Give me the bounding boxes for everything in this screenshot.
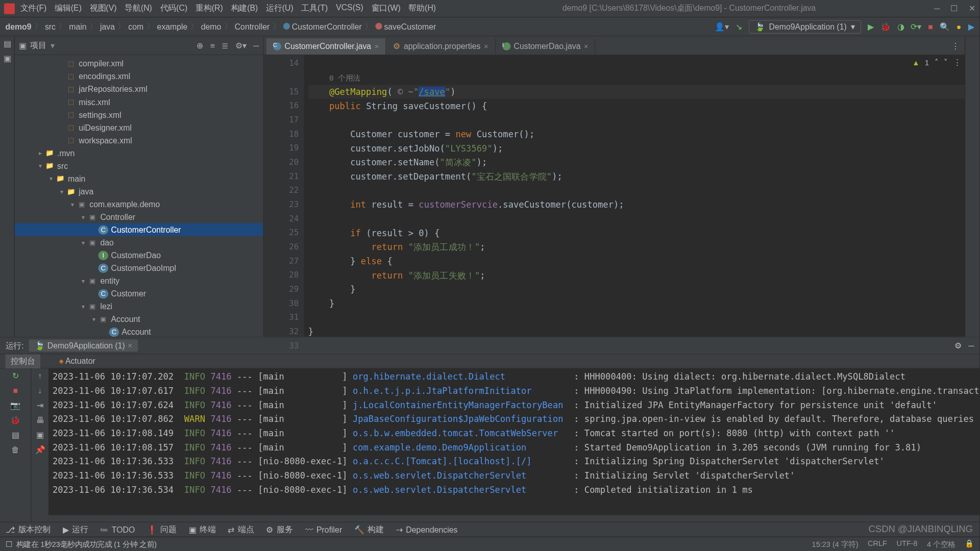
breadcrumb-item[interactable]: java [100,22,115,31]
breadcrumb[interactable]: demo9〉src〉main〉java〉com〉example〉demo〉Con… [6,21,436,32]
tree-node[interactable]: ▾▣entity [15,274,263,287]
tree-node[interactable]: ▾📁src [15,159,263,172]
menu-item[interactable]: 代码(C) [160,3,188,14]
tree-node[interactable]: ICustomerDao [15,249,263,262]
menu-item[interactable]: 窗口(W) [372,3,401,14]
structure-icon[interactable]: ▤ [4,39,11,48]
editor-tab[interactable]: CCustomerController.java× [266,38,386,55]
close-icon[interactable]: × [128,341,132,350]
pin-icon[interactable]: 📌 [35,445,45,455]
menu-item[interactable]: 帮助(H) [408,3,436,14]
run-icon[interactable]: ▶ [868,22,874,31]
hide-icon[interactable]: ─ [968,341,974,350]
bottom-tool[interactable]: ⇄端点 [228,524,254,535]
filter-icon[interactable]: ▣ [36,431,43,440]
tree-node[interactable]: CCustomer [15,287,263,300]
tree-node[interactable]: ▾📁main [15,172,263,185]
breadcrumb-item[interactable]: demo9 [6,22,32,31]
project-panel-label[interactable]: 项目 [30,40,46,51]
tree-node[interactable]: ⬚jarRepositories.xml [15,83,263,95]
bottom-tool[interactable]: ⇢Dependencies [396,525,458,534]
lock-icon[interactable]: 🔒 [965,539,974,549]
status-icon[interactable]: ☐ [6,540,12,548]
more-icon[interactable]: ⋮ [946,38,965,55]
locate-icon[interactable]: ⊕ [197,41,203,50]
bottom-tool[interactable]: ❗问题 [147,524,177,535]
stop-icon[interactable]: ■ [13,386,18,395]
editor-tab[interactable]: ⚙application.properties× [386,38,496,55]
tree-node[interactable]: ⬚uiDesigner.xml [15,121,263,134]
tree-node[interactable]: ▾▣lezi [15,300,263,313]
up-icon[interactable]: ↑ [38,371,42,381]
trash-icon[interactable]: 🗑 [11,445,19,455]
wrap-icon[interactable]: ⇥ [37,401,43,410]
horizontal-scrollbar[interactable] [48,515,979,522]
print-icon[interactable]: 🖶 [36,416,44,425]
menu-item[interactable]: VCS(S) [336,3,363,14]
learn-icon[interactable]: ▶ [968,22,974,31]
bottom-tool[interactable]: 🔨构建 [354,524,384,535]
rerun-icon[interactable]: ↻ [12,371,19,381]
bottom-tool[interactable]: ⚙服务 [266,524,293,535]
close-icon[interactable]: × [375,42,379,51]
bookmarks-icon[interactable]: ▣ [4,54,11,63]
menu-item[interactable]: 重构(R) [195,3,223,14]
console-output[interactable]: 2023-11-06 10:17:07.202 INFO 7416 --- [m… [48,368,979,515]
next-problem-icon[interactable]: ˅ [944,58,948,66]
tree-node[interactable]: ▾▣dao [15,236,263,249]
stop-icon[interactable]: ■ [928,22,933,31]
coverage-icon[interactable]: ◑ [897,22,904,31]
close-icon[interactable]: × [484,42,488,51]
menu-item[interactable]: 编辑(E) [55,3,82,14]
user-icon[interactable]: 👤▾ [715,22,729,31]
ide-scripting-icon[interactable]: ● [957,22,962,31]
menu-item[interactable]: 工具(T) [301,3,328,14]
tree-node[interactable]: ▾▣Account [15,313,263,325]
tree-node[interactable]: CCustomerController [15,223,263,236]
run-config-selector[interactable]: 🍃 Demo9Application (1) ▾ [749,20,861,33]
breadcrumb-item[interactable]: com [128,22,143,31]
tree-node[interactable]: ⬚encodings.xml [15,70,263,83]
debug-icon[interactable]: 🐞 [880,22,891,31]
breadcrumb-item[interactable]: src [45,22,56,31]
breadcrumb-item[interactable]: main [69,22,86,31]
tree-node[interactable]: ▸📁.mvn [15,146,263,159]
tree-node[interactable]: ⬚workspace.xml [15,134,263,146]
file-encoding[interactable]: UTF-8 [896,539,917,549]
breadcrumb-item[interactable]: saveCustomer [375,22,436,31]
tree-node[interactable]: ▾▣com.example.demo [15,197,263,210]
close-icon[interactable]: ✕ [969,4,975,13]
hide-icon[interactable]: ─ [253,41,259,50]
warning-icon[interactable]: ▲ [912,58,919,66]
bottom-tool[interactable]: ▣终端 [189,524,216,535]
menu-item[interactable]: 视图(V) [90,3,117,14]
indent-info[interactable]: 4 个空格 [927,539,955,549]
close-icon[interactable]: × [584,42,588,51]
bottom-tool[interactable]: ≔TODO [100,525,135,534]
bottom-tool[interactable]: ▶运行 [63,524,88,535]
tree-node[interactable]: ⬚settings.xml [15,108,263,121]
tree-node[interactable]: ⬚compiler.xml [15,57,263,70]
tree-node[interactable]: CAccount [15,325,263,337]
minimize-icon[interactable]: ─ [934,4,940,13]
breadcrumb-item[interactable]: demo [201,22,222,31]
menu-item[interactable]: 构建(B) [231,3,258,14]
collapse-all-icon[interactable]: ≣ [222,41,228,50]
menu-item[interactable]: 文件(F) [20,3,47,14]
run-subtab[interactable]: 控制台 [6,354,41,368]
breadcrumb-item[interactable]: CustomerController [283,22,362,31]
debug-icon[interactable]: 🐞 [10,416,20,425]
snapshot-icon[interactable]: 📷 [10,401,20,410]
bottom-tool[interactable]: 〰Profiler [305,525,342,534]
chevron-down-icon[interactable]: ▾ [51,41,55,50]
search-icon[interactable]: 🔍 [940,22,950,31]
build-icon[interactable]: ↘ [736,22,742,31]
breadcrumb-item[interactable]: Controller [235,22,270,31]
menu-item[interactable]: 导航(N) [125,3,152,14]
run-tab[interactable]: 🍃 Demo9Application (1) × [29,340,138,352]
code-area[interactable]: 0 个用法 @GetMapping( © ~"/save") public St… [304,55,965,337]
more-icon[interactable]: ⋮ [953,58,961,66]
tree-node[interactable]: CCustomerDaoImpl [15,262,263,274]
expand-all-icon[interactable]: ≡ [210,41,215,50]
prev-problem-icon[interactable]: ˄ [935,58,939,66]
